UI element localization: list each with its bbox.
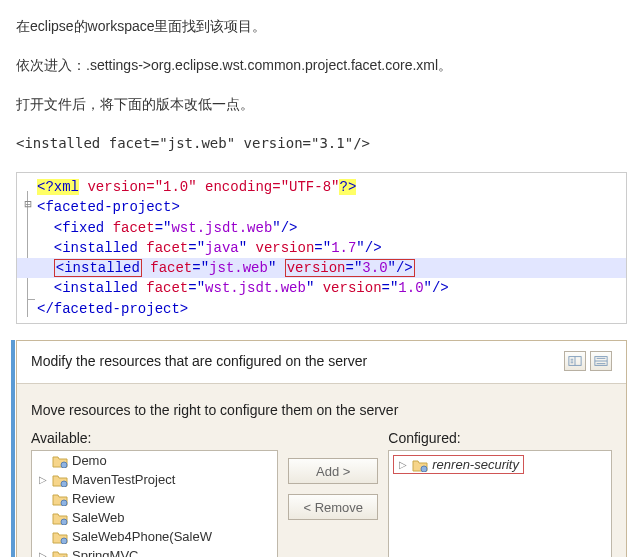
val2: 1.7 — [331, 240, 356, 256]
tag: installed — [64, 260, 140, 276]
q: " — [272, 220, 280, 236]
eq: =" — [188, 240, 205, 256]
xml-line-declaration: <?xml version="1.0" encoding="UTF-8"?> — [17, 177, 626, 197]
available-item[interactable]: ▷SpringMVC — [32, 546, 277, 557]
attr: facet — [146, 240, 188, 256]
q: " — [306, 280, 314, 296]
dialog-instruction: Move resources to the right to configure… — [31, 402, 612, 418]
project-icon — [52, 530, 68, 544]
xml-line-java: <installed facet="java" version="1.7"/> — [17, 238, 626, 258]
intro-paragraph-2: 依次进入：.settings->org.eclipse.wst.common.p… — [16, 55, 627, 76]
attr: facet — [150, 260, 192, 276]
project-icon — [52, 473, 68, 487]
q2: " — [424, 280, 432, 296]
q2: " — [356, 240, 364, 256]
end: /> — [432, 280, 449, 296]
end: /> — [365, 240, 382, 256]
server-config-dialog: Modify the resources that are configured… — [16, 340, 627, 557]
available-item-label: SaleWeb — [72, 510, 125, 525]
project-icon — [52, 492, 68, 506]
val2: 3.0 — [362, 260, 387, 276]
svg-point-15 — [421, 466, 427, 472]
xml-line-fixed: <fixed facet="wst.jsdt.web"/> — [17, 218, 626, 238]
project-icon — [52, 511, 68, 525]
expander-icon[interactable]: ▷ — [38, 474, 48, 485]
xml-line-root-close: </faceted-project> — [17, 299, 626, 319]
svg-point-11 — [61, 500, 67, 506]
attr: facet — [146, 280, 188, 296]
val2: 1.0 — [398, 280, 423, 296]
xml-decl-attrs: version="1.0" encoding="UTF-8" — [79, 179, 339, 195]
cgt: > — [180, 301, 188, 317]
svg-point-10 — [61, 481, 67, 487]
project-icon — [52, 549, 68, 557]
fold-toggle-icon[interactable]: ⊟ — [21, 197, 35, 214]
project-icon — [412, 458, 428, 472]
val: java — [205, 240, 239, 256]
tag: fixed — [62, 220, 104, 236]
dialog-accent — [11, 340, 15, 557]
gt: > — [171, 199, 179, 215]
attr2: version — [256, 240, 315, 256]
configured-label: Configured: — [388, 430, 612, 446]
dialog-title: Modify the resources that are configured… — [31, 353, 564, 369]
tag: installed — [62, 240, 138, 256]
project-icon — [52, 454, 68, 468]
intro-paragraph-1: 在eclipse的workspace里面找到该项目。 — [16, 16, 627, 37]
eq2: =" — [382, 280, 399, 296]
available-label: Available: — [31, 430, 278, 446]
attr: facet — [113, 220, 155, 236]
eq: =" — [155, 220, 172, 236]
available-item[interactable]: SaleWeb — [32, 508, 277, 527]
dialog-header: Modify the resources that are configured… — [17, 341, 626, 384]
xml-decl-close: ?> — [339, 179, 356, 195]
xml-code-block: <?xml version="1.0" encoding="UTF-8"?> ⊟… — [16, 172, 627, 324]
tag: installed — [62, 280, 138, 296]
eq2: =" — [314, 240, 331, 256]
svg-point-9 — [61, 462, 67, 468]
val: jst.web — [209, 260, 268, 276]
q2: " — [388, 260, 396, 276]
configured-item-label: renren-security — [432, 457, 519, 472]
intro-paragraph-3: 打开文件后，将下面的版本改低一点。 — [16, 94, 627, 115]
val: wst.jsdt.web — [171, 220, 272, 236]
end: /> — [396, 260, 413, 276]
available-listbox[interactable]: Demo▷MavenTestProjectReviewSaleWebSaleWe… — [31, 450, 278, 557]
svg-point-12 — [61, 519, 67, 525]
available-item-label: Demo — [72, 453, 107, 468]
eq: =" — [188, 280, 205, 296]
available-item-label: Review — [72, 491, 115, 506]
q: " — [239, 240, 247, 256]
expander-icon[interactable]: ▷ — [398, 459, 408, 470]
eq2: =" — [346, 260, 363, 276]
available-item[interactable]: ▷MavenTestProject — [32, 470, 277, 489]
configured-listbox[interactable]: ▷ renren-security — [388, 450, 612, 557]
end: /> — [281, 220, 298, 236]
available-item[interactable]: SaleWeb4Phone(SaleW — [32, 527, 277, 546]
available-item[interactable]: Review — [32, 489, 277, 508]
configured-item[interactable]: ▷ renren-security — [393, 455, 524, 474]
clt: </ — [37, 301, 54, 317]
xml-decl-name: xml — [54, 179, 79, 195]
xml-line-jstweb-highlight: <installed facet="jst.web" version="3.0"… — [17, 258, 626, 278]
layout-horizontal-icon[interactable] — [564, 351, 586, 371]
available-item-label: SpringMVC — [72, 548, 138, 557]
eq: =" — [192, 260, 209, 276]
cname: faceted-project — [54, 301, 180, 317]
add-button[interactable]: Add > — [288, 458, 378, 484]
available-item-label: MavenTestProject — [72, 472, 175, 487]
attr2: version — [287, 260, 346, 276]
layout-vertical-icon[interactable] — [590, 351, 612, 371]
remove-button[interactable]: < Remove — [288, 494, 378, 520]
xml-line-root-open: ⊟<faceted-project> — [17, 197, 626, 217]
sample-tag-line: <installed facet="jst.web" version="3.1"… — [16, 133, 627, 154]
root-name: faceted-project — [45, 199, 171, 215]
xml-decl-open: <? — [37, 179, 54, 195]
dialog-body: Move resources to the right to configure… — [17, 384, 626, 557]
available-item-label: SaleWeb4Phone(SaleW — [72, 529, 212, 544]
q: " — [268, 260, 276, 276]
expander-icon[interactable]: ▷ — [38, 550, 48, 557]
available-item[interactable]: Demo — [32, 451, 277, 470]
val: wst.jsdt.web — [205, 280, 306, 296]
attr2: version — [323, 280, 382, 296]
